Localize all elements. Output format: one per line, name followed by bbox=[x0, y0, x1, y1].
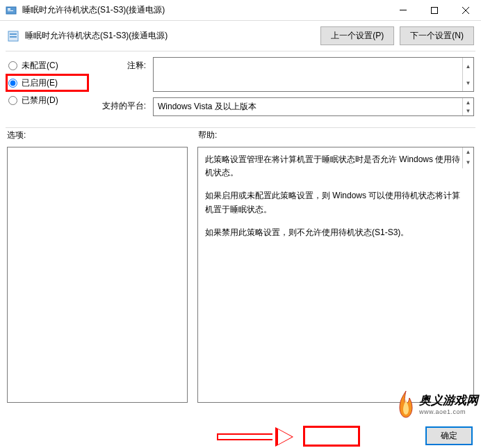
svg-rect-2 bbox=[8, 10, 13, 11]
svg-rect-3 bbox=[400, 10, 407, 10]
svg-rect-8 bbox=[10, 33, 17, 35]
options-label: 选项: bbox=[7, 129, 198, 141]
platform-value: Windows Vista 及以上版本 bbox=[158, 102, 256, 111]
prev-setting-button[interactable]: 上一个设置(P) bbox=[320, 26, 394, 45]
chevron-up-icon[interactable]: ▲ bbox=[462, 58, 473, 74]
watermark-url: www.aoe1.com bbox=[419, 408, 478, 415]
radio-enabled[interactable]: 已启用(E) bbox=[7, 74, 83, 92]
help-spinner[interactable]: ▲▼ bbox=[462, 147, 473, 168]
help-p3: 如果禁用此策略设置，则不允许使用待机状态(S1-S3)。 bbox=[205, 226, 466, 239]
chevron-down-icon[interactable]: ▼ bbox=[462, 107, 473, 116]
ok-button[interactable]: 确定 bbox=[425, 426, 473, 445]
platform-field: Windows Vista 及以上版本 ▲▼ bbox=[153, 97, 474, 116]
policy-icon bbox=[7, 30, 19, 42]
platform-spinner[interactable]: ▲▼ bbox=[462, 98, 473, 115]
help-p2: 如果启用或未配置此策略设置，则 Windows 可以使用待机状态将计算机置于睡眠… bbox=[205, 189, 466, 216]
titlebar: 睡眠时允许待机状态(S1-S3)(接通电源) bbox=[0, 0, 481, 21]
comment-label: 注释: bbox=[97, 57, 146, 72]
svg-rect-4 bbox=[431, 7, 437, 13]
help-label: 帮助: bbox=[198, 129, 217, 141]
svg-rect-9 bbox=[10, 36, 17, 38]
radio-disabled-input[interactable] bbox=[8, 96, 17, 105]
header-row: 睡眠时允许待机状态(S1-S3)(接通电源) 上一个设置(P) 下一个设置(N) bbox=[0, 21, 481, 51]
platform-row: 支持的平台: Windows Vista 及以上版本 ▲▼ bbox=[97, 97, 474, 116]
radio-disabled-label: 已禁用(D) bbox=[22, 95, 58, 106]
radio-disabled[interactable]: 已禁用(D) bbox=[7, 92, 83, 109]
help-p1: 此策略设置管理在将计算机置于睡眠状态时是否允许 Windows 使用待机状态。 bbox=[205, 153, 466, 179]
maximize-button[interactable] bbox=[418, 0, 450, 21]
policy-title: 睡眠时允许待机状态(S1-S3)(接通电源) bbox=[25, 30, 315, 42]
comment-field[interactable]: ▲▼ bbox=[153, 57, 474, 92]
comment-spinner[interactable]: ▲▼ bbox=[462, 58, 473, 91]
right-column: 注释: ▲▼ 支持的平台: Windows Vista 及以上版本 ▲▼ bbox=[97, 57, 474, 122]
main-area: ▲▼ 此策略设置管理在将计算机置于睡眠状态时是否允许 Windows 使用待机状… bbox=[0, 147, 481, 403]
footer: 确定 bbox=[0, 423, 481, 448]
svg-rect-1 bbox=[8, 8, 10, 10]
chevron-up-icon[interactable]: ▲ bbox=[462, 147, 473, 158]
radio-column: 未配置(C) 已启用(E) 已禁用(D) bbox=[7, 57, 83, 122]
config-area: 未配置(C) 已启用(E) 已禁用(D) 注释: ▲▼ 支持的平台: Windo… bbox=[0, 51, 481, 127]
chevron-up-icon[interactable]: ▲ bbox=[462, 98, 473, 107]
app-icon bbox=[6, 5, 17, 16]
section-labels: 选项: 帮助: bbox=[0, 128, 481, 147]
radio-not-configured-input[interactable] bbox=[8, 61, 17, 70]
help-box: ▲▼ 此策略设置管理在将计算机置于睡眠状态时是否允许 Windows 使用待机状… bbox=[197, 147, 474, 403]
radio-not-configured[interactable]: 未配置(C) bbox=[7, 57, 83, 74]
chevron-down-icon[interactable]: ▼ bbox=[462, 74, 473, 91]
options-box bbox=[7, 147, 188, 403]
platform-label: 支持的平台: bbox=[97, 97, 146, 112]
comment-row: 注释: ▲▼ bbox=[97, 57, 474, 92]
close-button[interactable] bbox=[450, 0, 481, 21]
next-setting-button[interactable]: 下一个设置(N) bbox=[400, 26, 474, 45]
minimize-button[interactable] bbox=[387, 0, 418, 21]
chevron-down-icon[interactable]: ▼ bbox=[462, 158, 473, 168]
radio-not-configured-label: 未配置(C) bbox=[22, 60, 58, 72]
radio-enabled-label: 已启用(E) bbox=[22, 77, 58, 89]
window-title: 睡眠时允许待机状态(S1-S3)(接通电源) bbox=[22, 4, 387, 16]
radio-enabled-input[interactable] bbox=[8, 79, 17, 88]
